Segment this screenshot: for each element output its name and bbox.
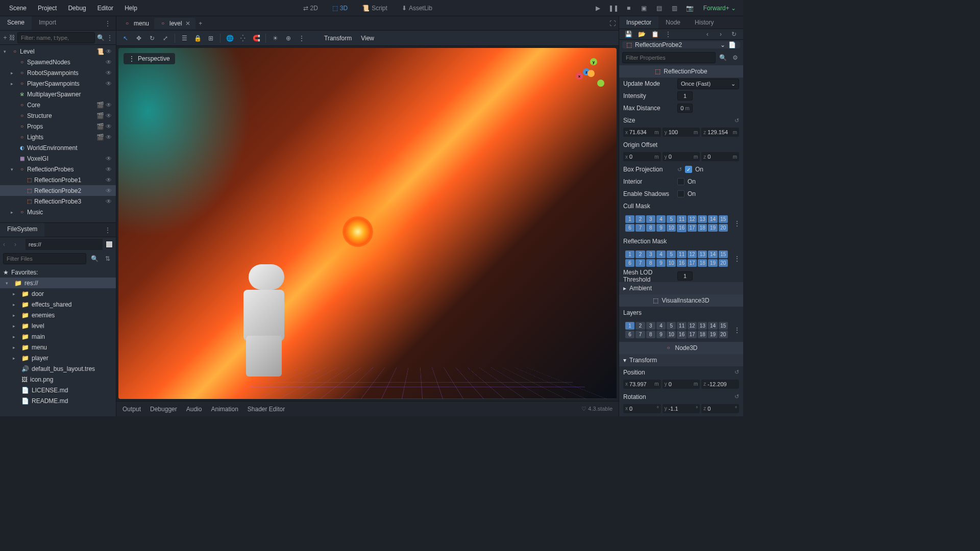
mode-2d[interactable]: ⇄2D (300, 4, 321, 13)
menu-editor[interactable]: Editor (92, 3, 118, 14)
tree-row[interactable]: ○Core🎬👁 (0, 99, 116, 110)
fs-row[interactable]: ▸📁enemies (0, 310, 116, 320)
dots-icon[interactable]: ⋮ (734, 327, 741, 334)
nav-fwd-icon[interactable]: › (716, 29, 726, 39)
add-tab-icon[interactable]: + (195, 18, 206, 29)
layer-cell[interactable]: 11 (677, 322, 686, 330)
tab-output[interactable]: Output (122, 406, 141, 413)
layer-cell[interactable]: 2 (635, 215, 645, 223)
layer-cell[interactable]: 19 (708, 224, 717, 232)
film-icon[interactable]: 🎬 (96, 112, 104, 119)
fs-row[interactable]: ▾📁res:// (0, 278, 116, 288)
layer-cell[interactable]: 15 (719, 322, 728, 330)
origin-z-input[interactable]: z0m (701, 152, 739, 161)
view-menu[interactable]: View (357, 33, 378, 44)
dots-icon[interactable]: ⋮ (107, 33, 113, 43)
layer-cell[interactable]: 8 (646, 331, 655, 338)
layer-cell[interactable]: 13 (698, 322, 707, 330)
size-y-input[interactable]: y100m (663, 128, 700, 137)
tab-animation[interactable]: Animation (211, 406, 238, 413)
viewport-3d[interactable]: ⋮Perspective y z x (118, 48, 617, 399)
layer-cell[interactable]: 19 (708, 331, 717, 338)
layer-cell[interactable]: 7 (635, 259, 645, 267)
gizmo-x-axis[interactable]: x (576, 72, 583, 80)
fs-row[interactable]: 🔊default_bus_layout.tres (0, 363, 116, 374)
tree-row[interactable]: ▦VoxelGI👁 (0, 153, 116, 164)
pos-x-input[interactable]: x73.997m (623, 380, 661, 389)
layer-cell[interactable]: 16 (677, 259, 686, 267)
copy-icon[interactable]: 📋 (650, 29, 660, 39)
close-icon[interactable]: ✕ (185, 20, 190, 27)
renderer-dropdown[interactable]: Forward+ ⌄ (700, 4, 739, 13)
fs-row[interactable]: 📄README.md (0, 395, 116, 406)
intensity-input[interactable]: 1 (677, 91, 693, 101)
viewport-gizmo[interactable]: y z x (576, 58, 606, 89)
layer-cell[interactable]: 1 (625, 215, 634, 223)
fs-row[interactable]: ▸📁player (0, 353, 116, 363)
tree-row[interactable]: ▸○Music (0, 207, 116, 217)
pause-icon[interactable]: ❚❚ (608, 3, 619, 13)
eye-icon[interactable]: 👁 (106, 123, 113, 130)
tree-row[interactable]: ▸○RobotSpawnpoints👁 (0, 67, 116, 78)
layer-cell[interactable]: 18 (698, 224, 707, 232)
layer-cell[interactable]: 1 (625, 251, 634, 258)
sort-icon[interactable]: ⇅ (103, 254, 113, 264)
layer-cell[interactable]: 13 (698, 215, 707, 223)
layer-cell[interactable]: 11 (677, 251, 686, 258)
mesh-lod-input[interactable]: 1 (677, 271, 693, 281)
tree-row[interactable]: ▾○ReflectionProbes👁 (0, 164, 116, 174)
scene-tab-menu[interactable]: ○menu (118, 18, 154, 29)
layer-cell[interactable]: 18 (698, 331, 707, 338)
layer-cell[interactable]: 9 (656, 331, 666, 338)
stop-icon[interactable]: ■ (624, 3, 634, 13)
layer-cell[interactable]: 15 (719, 251, 728, 258)
fs-row[interactable]: ▸📁menu (0, 342, 116, 353)
max-distance-input[interactable]: 0 m (677, 104, 693, 113)
class-header-reflectionprobe[interactable]: ⬚ReflectionProbe (619, 65, 743, 78)
layer-cell[interactable]: 16 (677, 331, 686, 338)
path-input[interactable] (26, 239, 103, 250)
history-icon[interactable]: ↻ (729, 29, 739, 39)
layer-cell[interactable]: 18 (698, 259, 707, 267)
nav-fwd-icon[interactable]: › (14, 241, 22, 248)
layer-cell[interactable]: 10 (667, 224, 676, 232)
reset-icon[interactable]: ↺ (677, 166, 682, 173)
layer-cell[interactable]: 6 (625, 259, 634, 267)
sliders-icon[interactable]: ⚙ (730, 53, 740, 63)
fs-row[interactable]: ▸📁main (0, 331, 116, 342)
select-tool-icon[interactable]: ↖ (119, 32, 132, 44)
play-scene-icon[interactable]: ▤ (654, 3, 665, 13)
tab-node[interactable]: Node (658, 16, 688, 29)
layer-cell[interactable]: 14 (708, 322, 717, 330)
list-tool-icon[interactable]: ☰ (178, 32, 190, 44)
dots-icon[interactable]: ⋮ (296, 32, 308, 44)
node-path-dropdown[interactable]: ⬚ ReflectionProbe2 ⌄ 📄 (622, 41, 740, 48)
eye-icon[interactable]: 👁 (106, 166, 113, 173)
layer-cell[interactable]: 11 (677, 215, 686, 223)
layer-cell[interactable]: 5 (667, 322, 676, 330)
nav-back-icon[interactable]: ‹ (3, 241, 11, 248)
lock-tool-icon[interactable]: 🔒 (191, 32, 204, 44)
eye-icon[interactable]: 👁 (106, 198, 113, 205)
mode-assetlib[interactable]: ⬇AssetLib (399, 4, 435, 13)
layer-cell[interactable]: 17 (688, 331, 697, 338)
layer-cell[interactable]: 8 (646, 224, 655, 232)
fs-row[interactable]: 🖼icon.png (0, 374, 116, 385)
fs-row[interactable]: ▸📁door (0, 288, 116, 299)
search-icon[interactable]: 🔍 (89, 254, 100, 264)
size-x-input[interactable]: x71.634m (623, 128, 661, 137)
class-header-visualinstance3d[interactable]: ⬚VisualInstance3D (619, 294, 743, 307)
dots-icon[interactable]: ⋮ (103, 225, 113, 235)
open-icon[interactable]: 📂 (636, 29, 647, 39)
transform-menu[interactable]: Transform (320, 33, 356, 44)
rot-z-input[interactable]: z0° (701, 404, 739, 413)
layer-cell[interactable]: 10 (667, 259, 676, 267)
tab-inspector[interactable]: Inspector (619, 16, 658, 29)
layer-cell[interactable]: 7 (635, 331, 645, 338)
class-header-node3d[interactable]: ○Node3D (619, 342, 743, 354)
snap-tool-icon[interactable]: ⁛ (237, 32, 249, 44)
move-tool-icon[interactable]: ✥ (133, 32, 145, 44)
play-icon[interactable]: ▶ (593, 3, 603, 13)
eye-icon[interactable]: 👁 (106, 69, 113, 77)
tab-import[interactable]: Import (32, 16, 63, 30)
